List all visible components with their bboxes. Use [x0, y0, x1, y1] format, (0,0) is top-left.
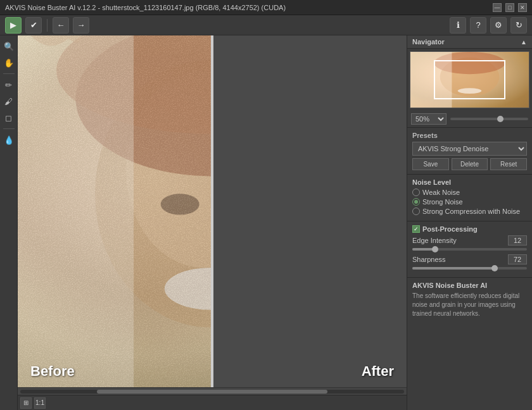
hand-tool[interactable]: ✋ [2, 56, 16, 70]
delete-preset-button[interactable]: Delete [452, 158, 488, 170]
check-icon: ✔ [30, 20, 37, 30]
radio-strong-noise[interactable]: Strong Noise [412, 198, 527, 206]
settings-icon: ⚙ [495, 20, 502, 30]
zoom-row: 50% 25% 100% 200% [407, 111, 532, 128]
main-toolbar: ▶ ✔ ← → ℹ ? ⚙ ↻ [0, 15, 532, 35]
redo-icon: → [77, 20, 86, 30]
presets-section: Presets AKVIS Strong Denoise AKVIS Defau… [407, 128, 532, 175]
before-half: Before [18, 35, 212, 387]
run-icon: ▶ [10, 20, 16, 30]
title-bar: AKVIS Noise Buster AI v.12.2 - shutterst… [0, 0, 532, 15]
info-title: AKVIS Noise Buster AI [412, 282, 527, 289]
zoom-select[interactable]: 50% 25% 100% 200% [411, 113, 446, 125]
zoom-slider[interactable] [450, 118, 528, 120]
zoom-slider-thumb[interactable] [497, 116, 504, 122]
post-processing-label: Post-Processing [422, 225, 478, 233]
update-icon: ↻ [516, 20, 522, 30]
right-panel: Navigator ▲ 50% 25% 100% 200% [407, 35, 532, 410]
scrollbar-track [20, 390, 404, 394]
post-processing-checkbox[interactable] [412, 225, 420, 233]
navigator-header: Navigator ▲ [407, 35, 532, 49]
before-label: Before [30, 363, 75, 380]
help-icon: ? [476, 20, 480, 30]
brush-tool[interactable]: 🖌 [2, 94, 16, 108]
maximize-button[interactable]: □ [505, 3, 514, 12]
preset-buttons: Save Delete Reset [412, 158, 527, 170]
eyedropper-tool[interactable]: 💧 [2, 133, 16, 147]
noise-level-title: Noise Level [412, 178, 527, 186]
post-processing-checkbox-row[interactable]: Post-Processing [412, 225, 527, 233]
settings-button[interactable]: ⚙ [490, 17, 507, 34]
run-button[interactable]: ▶ [5, 17, 22, 34]
after-label: After [362, 363, 394, 380]
tool-separator-2 [3, 128, 15, 129]
pencil-tool[interactable]: ✏ [2, 78, 16, 92]
edge-intensity-label: Edge Intensity [412, 237, 457, 244]
info-button[interactable]: ℹ [450, 17, 466, 34]
actual-size-label: 1:1 [35, 399, 44, 406]
preset-row: AKVIS Strong Denoise AKVIS Default AKVIS… [412, 142, 527, 156]
edge-intensity-value[interactable]: 12 [508, 235, 527, 245]
noise-level-section: Noise Level Weak Noise Strong Noise Stro… [407, 175, 532, 221]
before-image [18, 35, 212, 387]
radio-weak-noise-label: Weak Noise [422, 189, 460, 196]
presets-label: Presets [412, 132, 527, 139]
info-icon: ℹ [457, 20, 460, 30]
edge-intensity-slider[interactable] [412, 248, 527, 251]
preset-select[interactable]: AKVIS Strong Denoise AKVIS Default AKVIS… [412, 142, 527, 156]
save-preset-button[interactable]: Save [412, 158, 449, 170]
check-button[interactable]: ✔ [25, 17, 42, 34]
redo-button[interactable]: → [73, 17, 89, 34]
navigator-preview [410, 51, 529, 108]
canvas-wrapper: Before [18, 35, 407, 410]
info-text: The software efficiently reduces digital… [412, 292, 527, 318]
after-half: After [212, 35, 407, 387]
fit-button[interactable]: ⊞ [20, 397, 32, 409]
post-processing-section: Post-Processing Edge Intensity 12 Sharpn… [407, 221, 532, 278]
sharpness-fill [412, 267, 495, 270]
edge-intensity-row: Edge Intensity 12 [412, 235, 527, 245]
scrollbar-thumb[interactable] [97, 390, 327, 394]
fit-icon: ⊞ [23, 399, 28, 406]
undo-button[interactable]: ← [53, 17, 69, 34]
edge-intensity-thumb[interactable] [432, 246, 438, 252]
svg-rect-8 [18, 35, 212, 387]
window-controls: — □ ✕ [493, 3, 527, 12]
title-text: AKVIS Noise Buster AI v.12.2 - shutterst… [5, 4, 286, 11]
undo-icon: ← [57, 20, 65, 30]
sharpness-thumb[interactable] [491, 265, 498, 271]
sharpness-row: Sharpness 72 [412, 254, 527, 264]
eraser-tool[interactable]: ◻ [2, 111, 16, 125]
radio-strong-noise-input[interactable] [412, 198, 420, 206]
sharpness-slider[interactable] [412, 267, 527, 270]
radio-strong-compression-input[interactable] [412, 208, 420, 215]
tool-separator-1 [3, 73, 15, 74]
radio-strong-compression-label: Strong Compression with Noise [422, 208, 520, 215]
navigator-collapse-icon[interactable]: ▲ [521, 39, 527, 46]
navigator-title: Navigator [412, 38, 445, 46]
content-area: 🔍 ✋ ✏ 🖌 ◻ 💧 [0, 35, 532, 410]
toolbar-separator [47, 19, 48, 32]
sharpness-value[interactable]: 72 [508, 254, 527, 264]
canvas-scrollbar[interactable] [18, 387, 407, 395]
actual-size-button[interactable]: 1:1 [34, 397, 46, 409]
close-button[interactable]: ✕ [518, 3, 527, 12]
sharpness-label: Sharpness [412, 256, 446, 263]
reset-preset-button[interactable]: Reset [490, 158, 527, 170]
nav-preview-rect [434, 60, 505, 99]
radio-strong-compression[interactable]: Strong Compression with Noise [412, 208, 527, 215]
help-button[interactable]: ? [470, 17, 486, 34]
zoom-tool[interactable]: 🔍 [2, 39, 16, 53]
bottom-toolbar: ⊞ 1:1 [18, 395, 407, 410]
radio-strong-noise-label: Strong Noise [422, 198, 463, 206]
left-toolbar: 🔍 ✋ ✏ 🖌 ◻ 💧 [0, 35, 18, 410]
radio-weak-noise[interactable]: Weak Noise [412, 189, 527, 196]
minimize-button[interactable]: — [493, 3, 502, 12]
split-divider [212, 35, 213, 387]
canvas-main[interactable]: Before [18, 35, 407, 387]
radio-weak-noise-input[interactable] [412, 189, 420, 196]
info-section: AKVIS Noise Buster AI The software effic… [407, 278, 532, 322]
update-button[interactable]: ↻ [510, 17, 527, 34]
